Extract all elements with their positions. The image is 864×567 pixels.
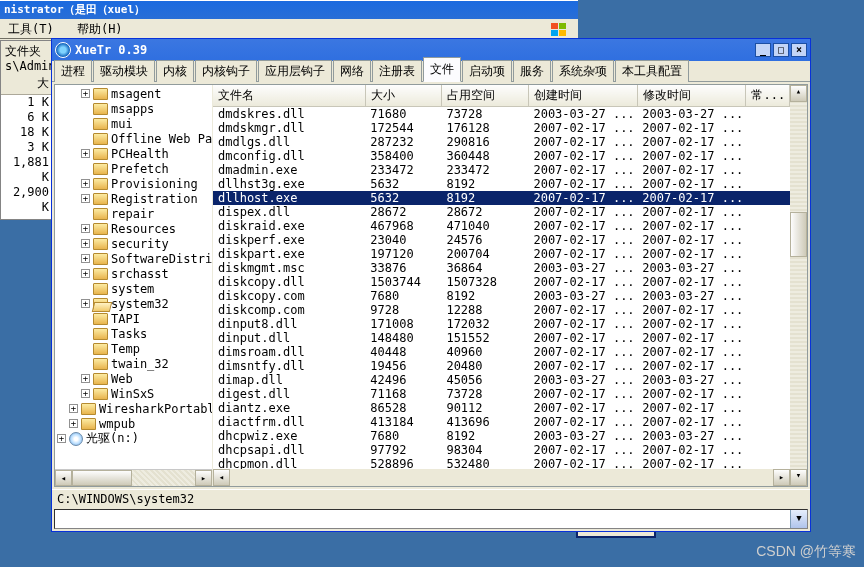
minimize-button[interactable]: _ — [755, 43, 771, 57]
table-row[interactable]: diskpart.exe1971202007042007-02-17 ...20… — [213, 247, 790, 261]
table-row[interactable]: dmdskres.dll71680737282003-03-27 ...2003… — [213, 107, 790, 122]
table-row[interactable]: dimsntfy.dll19456204802007-02-17 ...2007… — [213, 359, 790, 373]
expander-icon[interactable]: + — [69, 404, 78, 413]
scroll-track[interactable] — [72, 470, 195, 486]
tree-item[interactable]: TAPI — [57, 311, 212, 326]
scroll-up-button[interactable]: ▴ — [790, 85, 807, 102]
scroll-left-button[interactable]: ◂ — [213, 469, 230, 486]
expander-icon[interactable]: + — [81, 149, 90, 158]
expander-icon[interactable]: + — [57, 434, 66, 443]
table-row[interactable]: dhcpmon.dll5288965324802007-02-17 ...200… — [213, 457, 790, 469]
column-header[interactable]: 修改时间 — [637, 85, 746, 107]
tree-item[interactable]: repair — [57, 206, 212, 221]
expander-icon[interactable]: + — [81, 194, 90, 203]
tab-8[interactable]: 启动项 — [462, 60, 512, 82]
table-row[interactable]: digest.dll71168737282007-02-17 ...2007-0… — [213, 387, 790, 401]
tree-item[interactable]: system — [57, 281, 212, 296]
tree-item[interactable]: mui — [57, 116, 212, 131]
expander-icon[interactable]: + — [81, 179, 90, 188]
tree-item[interactable]: +WinSxS — [57, 386, 212, 401]
column-header[interactable]: 创建时间 — [528, 85, 637, 107]
tree-item[interactable]: +WiresharkPortable — [57, 401, 212, 416]
table-row[interactable]: diskmgmt.msc33876368642003-03-27 ...2003… — [213, 261, 790, 275]
table-row[interactable]: diantz.exe86528901122007-02-17 ...2007-0… — [213, 401, 790, 415]
tab-6[interactable]: 注册表 — [372, 60, 422, 82]
scroll-track[interactable] — [790, 102, 807, 469]
chevron-down-icon[interactable]: ▼ — [790, 510, 807, 528]
table-row[interactable]: dllhst3g.exe563281922007-02-17 ...2007-0… — [213, 177, 790, 191]
tree-item[interactable]: +Registration — [57, 191, 212, 206]
tree-item[interactable]: +srchasst — [57, 266, 212, 281]
column-header[interactable]: 文件名 — [213, 85, 365, 107]
expander-icon[interactable]: + — [81, 254, 90, 263]
tree-item[interactable]: msapps — [57, 101, 212, 116]
table-row[interactable]: dhcpwiz.exe768081922003-03-27 ...2003-03… — [213, 429, 790, 443]
expander-icon[interactable]: + — [81, 224, 90, 233]
table-row[interactable]: dmdlgs.dll2872322908162007-02-17 ...2007… — [213, 135, 790, 149]
file-list[interactable]: 文件名大小占用空间创建时间修改时间常... dmdskres.dll716807… — [213, 85, 790, 469]
table-row[interactable]: dimap.dll42496450562003-03-27 ...2003-03… — [213, 373, 790, 387]
expander-icon[interactable]: + — [81, 299, 90, 308]
scroll-right-button[interactable]: ▸ — [773, 469, 790, 486]
tree-item[interactable]: Offline Web Pa — [57, 131, 212, 146]
tab-3[interactable]: 内核钩子 — [195, 60, 257, 82]
table-row[interactable]: diskcopy.dll150374415073282007-02-17 ...… — [213, 275, 790, 289]
tab-10[interactable]: 系统杂项 — [552, 60, 614, 82]
folder-tree[interactable]: +msagentmsappsmuiOffline Web Pa+PCHealth… — [55, 85, 212, 469]
bg-menu-tools[interactable]: 工具(T) — [8, 22, 54, 36]
scroll-left-button[interactable]: ◂ — [55, 470, 72, 486]
expander-icon[interactable]: + — [81, 374, 90, 383]
list-vscroll[interactable]: ▴ ▾ — [790, 85, 807, 486]
expander-icon[interactable]: + — [81, 269, 90, 278]
table-row[interactable]: diskcomp.com9728122882007-02-17 ...2007-… — [213, 303, 790, 317]
tree-item[interactable]: +SoftwareDistri — [57, 251, 212, 266]
tab-5[interactable]: 网络 — [333, 60, 371, 82]
tree-item[interactable]: twain_32 — [57, 356, 212, 371]
tab-9[interactable]: 服务 — [513, 60, 551, 82]
combo-text[interactable] — [55, 510, 790, 528]
combo-box[interactable]: ▼ — [54, 509, 808, 529]
scroll-thumb[interactable] — [72, 470, 132, 486]
column-header[interactable]: 常... — [746, 85, 790, 107]
tree-item[interactable]: +msagent — [57, 86, 212, 101]
scroll-right-button[interactable]: ▸ — [195, 470, 212, 486]
expander-icon[interactable]: + — [81, 239, 90, 248]
tab-4[interactable]: 应用层钩子 — [258, 60, 332, 82]
tab-7[interactable]: 文件 — [423, 57, 461, 82]
table-row[interactable]: dmadmin.exe2334722334722007-02-17 ...200… — [213, 163, 790, 177]
scroll-track[interactable] — [230, 469, 773, 486]
table-row[interactable]: diskperf.exe23040245762007-02-17 ...2007… — [213, 233, 790, 247]
tree-item[interactable]: +Resources — [57, 221, 212, 236]
tree-hscroll[interactable]: ◂ ▸ — [55, 469, 212, 486]
table-row[interactable]: diskcopy.com768081922003-03-27 ...2003-0… — [213, 289, 790, 303]
column-header[interactable]: 大小 — [365, 85, 441, 107]
tab-1[interactable]: 驱动模块 — [93, 60, 155, 82]
table-row[interactable]: dimsroam.dll40448409602007-02-17 ...2007… — [213, 345, 790, 359]
table-row[interactable]: dhcpsapi.dll97792983042007-02-17 ...2007… — [213, 443, 790, 457]
table-row[interactable]: dinput.dll1484801515522007-02-17 ...2007… — [213, 331, 790, 345]
tab-2[interactable]: 内核 — [156, 60, 194, 82]
tree-item[interactable]: +Provisioning — [57, 176, 212, 191]
maximize-button[interactable]: □ — [773, 43, 789, 57]
tree-item[interactable]: +Web — [57, 371, 212, 386]
tree-item[interactable]: +system32 — [57, 296, 212, 311]
scroll-down-button[interactable]: ▾ — [790, 469, 807, 486]
table-row[interactable]: dmdskmgr.dll1725441761282007-02-17 ...20… — [213, 121, 790, 135]
table-row[interactable]: dinput8.dll1710081720322007-02-17 ...200… — [213, 317, 790, 331]
tree-item[interactable]: +光驱(n:) — [57, 431, 212, 446]
tree-item[interactable]: Temp — [57, 341, 212, 356]
table-row[interactable]: dmconfig.dll3584003604482007-02-17 ...20… — [213, 149, 790, 163]
table-row[interactable]: diactfrm.dll4131844136962007-02-17 ...20… — [213, 415, 790, 429]
expander-icon[interactable]: + — [81, 89, 90, 98]
tree-item[interactable]: +PCHealth — [57, 146, 212, 161]
table-row[interactable]: dispex.dll28672286722007-02-17 ...2007-0… — [213, 205, 790, 219]
close-button[interactable]: × — [791, 43, 807, 57]
table-row[interactable]: diskraid.exe4679684710402007-02-17 ...20… — [213, 219, 790, 233]
tree-item[interactable]: Prefetch — [57, 161, 212, 176]
expander-icon[interactable]: + — [81, 389, 90, 398]
bg-menu-help[interactable]: 帮助(H) — [77, 22, 123, 36]
table-row[interactable]: dllhost.exe563281922007-02-17 ...2007-02… — [213, 191, 790, 205]
expander-icon[interactable]: + — [69, 419, 78, 428]
tab-0[interactable]: 进程 — [54, 60, 92, 82]
tab-11[interactable]: 本工具配置 — [615, 60, 689, 82]
